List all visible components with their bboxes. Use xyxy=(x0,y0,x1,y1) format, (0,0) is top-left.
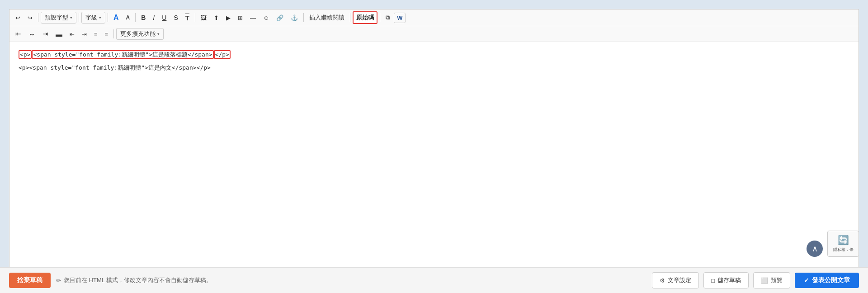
font-family-label: 預設字型 xyxy=(45,14,68,22)
discard-draft-button[interactable]: 捨棄草稿 xyxy=(9,273,51,288)
align-right-button[interactable]: ⇥ xyxy=(39,28,52,40)
scroll-up-button[interactable]: ∧ xyxy=(807,241,823,257)
strikethrough-button[interactable]: S xyxy=(170,12,181,23)
publish-button[interactable]: ✓ 發表公開文章 xyxy=(795,273,859,288)
font-color-large-button[interactable]: A xyxy=(110,12,122,24)
link-button[interactable]: 🔗 xyxy=(273,13,287,23)
word-button[interactable]: W xyxy=(394,13,406,23)
recaptcha-icon: 🔄 xyxy=(838,235,849,246)
bold-button[interactable]: B xyxy=(138,12,149,23)
redo-button[interactable]: ↪ xyxy=(24,13,36,23)
divider6 xyxy=(303,13,304,22)
code-line-1: <p><span style="font-family:新細明體">這是段落標題… xyxy=(19,49,849,60)
save-draft-button[interactable]: □ 儲存草稿 xyxy=(703,272,749,288)
editor-container: ↩ ↪ 預設字型 ▾ 字級 ▾ A A B I U S T 🖼 ⬆ xyxy=(9,9,859,267)
more-features-dropdown[interactable]: 更多擴充功能 ▾ xyxy=(116,28,164,40)
source-code-button[interactable]: 原始碼 xyxy=(353,11,377,24)
recaptcha-widget: 🔄 隱私權．條 xyxy=(827,231,859,257)
indent-button[interactable]: ⇥ xyxy=(79,29,90,39)
highlight-p-open: <p> xyxy=(19,50,32,59)
align-left-button[interactable]: ⇤ xyxy=(12,28,24,40)
divider5 xyxy=(195,13,195,22)
table-button[interactable]: ⊞ xyxy=(235,13,246,23)
publish-label: 發表公開文章 xyxy=(812,276,850,284)
warning-section: ✏ 您目前在 HTML 模式，修改文章內容不會自動儲存草稿。 xyxy=(56,276,212,284)
divider8 xyxy=(380,13,380,22)
bottom-left-section: 捨棄草稿 ✏ 您目前在 HTML 模式，修改文章內容不會自動儲存草稿。 xyxy=(9,273,212,288)
preview-icon: ⬜ xyxy=(761,277,768,284)
insert-continue-button[interactable]: 插入繼續閱讀 xyxy=(306,12,348,24)
anchor-button[interactable]: ⚓ xyxy=(288,13,301,23)
article-settings-button[interactable]: ⚙ 文章設定 xyxy=(652,272,699,288)
warning-message: 您目前在 HTML 模式，修改文章內容不會自動儲存草稿。 xyxy=(64,276,212,284)
code-editor-area[interactable]: <p><span style="font-family:新細明體">這是段落標題… xyxy=(9,42,859,267)
publish-icon: ✓ xyxy=(804,277,809,284)
toolbar-row1: ↩ ↪ 預設字型 ▾ 字級 ▾ A A B I U S T 🖼 ⬆ xyxy=(9,9,859,26)
bottom-bar: 捨棄草稿 ✏ 您目前在 HTML 模式，修改文章內容不會自動儲存草稿。 ⚙ 文章… xyxy=(0,267,868,293)
align-justify-button[interactable]: ▬ xyxy=(52,28,66,40)
settings-icon: ⚙ xyxy=(660,277,665,284)
settings-label: 文章設定 xyxy=(668,276,691,284)
outdent-button[interactable]: ⇤ xyxy=(66,29,78,39)
ordered-list-button[interactable]: ≡ xyxy=(91,29,101,39)
code-line-2: <p><span style="font-family:新細明體">這是內文</… xyxy=(19,62,849,73)
custom-font-button[interactable]: T xyxy=(182,12,193,24)
align-center-button[interactable]: ↔ xyxy=(25,28,38,40)
undo-button[interactable]: ↩ xyxy=(12,13,24,23)
emoji-button[interactable]: ☺ xyxy=(260,13,272,23)
preview-label: 預覽 xyxy=(771,276,783,284)
font-size-dropdown[interactable]: 字級 ▾ xyxy=(81,12,105,24)
italic-button[interactable]: I xyxy=(150,12,158,23)
divider3 xyxy=(108,13,108,22)
hr-button[interactable]: — xyxy=(247,13,259,23)
save-label: 儲存草稿 xyxy=(717,276,741,284)
toolbar-row2: ⇤ ↔ ⇥ ▬ ⇤ ⇥ ≡ ≡ 更多擴充功能 ▾ xyxy=(9,26,859,42)
font-color-small-button[interactable]: A xyxy=(123,13,133,23)
pencil-icon: ✏ xyxy=(56,277,61,284)
highlight-span-heading: <span style="font-family:新細明體">這是段落標題</s… xyxy=(32,50,213,59)
editor-wrapper: ↩ ↪ 預設字型 ▾ 字級 ▾ A A B I U S T 🖼 ⬆ xyxy=(0,0,868,267)
upload-button[interactable]: ⬆ xyxy=(211,13,222,23)
video-button[interactable]: ▶ xyxy=(223,13,234,23)
copy-button[interactable]: ⧉ xyxy=(382,12,393,23)
font-size-caret-icon: ▾ xyxy=(99,15,101,20)
scroll-up-icon: ∧ xyxy=(812,244,818,254)
more-features-label: 更多擴充功能 xyxy=(120,30,156,38)
divider2 xyxy=(79,13,79,22)
font-family-dropdown[interactable]: 預設字型 ▾ xyxy=(41,12,76,24)
underline-button[interactable]: U xyxy=(159,12,170,23)
highlight-p-close: </p> xyxy=(214,50,231,59)
image-button[interactable]: 🖼 xyxy=(198,13,210,23)
bottom-right-section: ⚙ 文章設定 □ 儲存草稿 ⬜ 預覽 ✓ 發表公開文章 xyxy=(652,272,859,288)
divider1 xyxy=(38,13,38,22)
divider-row2 xyxy=(113,29,114,38)
preview-button[interactable]: ⬜ 預覽 xyxy=(753,272,790,288)
save-icon: □ xyxy=(711,277,715,284)
font-size-label: 字級 xyxy=(85,14,97,22)
divider4 xyxy=(135,13,136,22)
more-features-caret-icon: ▾ xyxy=(157,32,160,36)
unordered-list-button[interactable]: ≡ xyxy=(102,29,112,39)
divider7 xyxy=(350,13,350,22)
recaptcha-text: 隱私權．條 xyxy=(833,247,854,253)
font-family-caret-icon: ▾ xyxy=(70,15,72,20)
